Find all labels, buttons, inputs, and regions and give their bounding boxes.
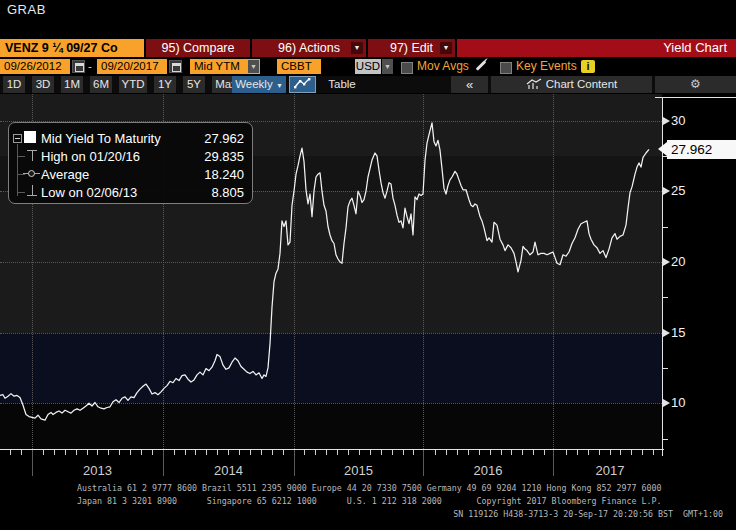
edit-button[interactable]: 97) Edit ▼: [368, 39, 455, 57]
month-tick: [283, 450, 284, 455]
last-value-tag-pointer: [658, 142, 667, 156]
month-tick: [21, 450, 22, 455]
month-tick: [490, 450, 491, 455]
security-ticker[interactable]: VENZ 9 ¼ 09/27 Co: [0, 39, 144, 57]
actions-button[interactable]: 96) Actions ▼: [252, 39, 366, 57]
calendar-glyph: [75, 63, 84, 72]
compare-button[interactable]: 95) Compare: [146, 39, 250, 57]
frequency-select[interactable]: Weekly ▼: [232, 76, 286, 93]
month-tick: [403, 450, 404, 455]
date-range-separator: -: [88, 59, 92, 74]
chart-content-button[interactable]: Chart Content: [491, 76, 652, 93]
range-button-1y[interactable]: 1Y: [154, 76, 176, 93]
year-label: 2016: [466, 463, 510, 478]
calendar-glyph: [172, 63, 181, 72]
legend-row-series: Mid Yield To Maturity 27.962: [9, 129, 252, 147]
chevron-down-icon[interactable]: ▼: [382, 59, 393, 74]
month-tick: [43, 450, 44, 455]
month-tick: [130, 450, 131, 455]
range-button-1m[interactable]: 1M: [61, 76, 83, 93]
y-axis-minor-tick: [663, 368, 668, 369]
year-separator: [553, 450, 554, 476]
date-to-field[interactable]: 09/20/2017: [97, 59, 167, 74]
legend-value: 27.962: [192, 131, 244, 146]
year-label: 2017: [588, 463, 632, 478]
mov-avgs-checkbox[interactable]: [401, 62, 413, 74]
range-button-ytd[interactable]: YTD: [119, 76, 147, 93]
gear-icon[interactable]: ⚙: [655, 76, 736, 93]
y-axis-label: 30: [671, 113, 685, 128]
year-separator: [294, 450, 295, 476]
month-tick: [337, 450, 338, 455]
month-tick: [413, 450, 414, 455]
month-tick: [272, 450, 273, 455]
year-separator: [423, 450, 424, 476]
month-tick: [195, 450, 196, 455]
chevron-down-icon: ▼: [248, 60, 259, 73]
edit-button-label: 97) Edit: [390, 41, 433, 55]
collapse-panel-button[interactable]: «: [451, 76, 488, 93]
month-tick: [304, 450, 305, 455]
year-separator: [32, 450, 33, 476]
key-events-checkbox[interactable]: [500, 62, 512, 74]
calendar-icon[interactable]: [72, 60, 85, 73]
table-button[interactable]: Table: [319, 76, 365, 93]
range-button-1d[interactable]: 1D: [3, 76, 25, 93]
legend-label: High on 01/20/16: [41, 149, 192, 164]
chart-legend[interactable]: Mid Yield To Maturity 27.962 High on 01/…: [8, 122, 253, 204]
pricing-source-field[interactable]: CBBT: [277, 59, 321, 74]
month-tick: [228, 450, 229, 455]
legend-label: Mid Yield To Maturity: [41, 131, 192, 146]
yield-type-select[interactable]: Mid YTM ▼: [190, 59, 260, 74]
month-tick: [76, 450, 77, 455]
line-chart-type-button[interactable]: [289, 76, 316, 93]
y-axis-minor-tick: [663, 297, 668, 298]
month-tick: [435, 450, 436, 455]
low-marker-icon: [27, 185, 37, 196]
month-tick: [185, 450, 186, 455]
month-tick: [261, 450, 262, 455]
month-tick: [250, 450, 251, 455]
month-tick: [599, 450, 600, 455]
month-tick: [326, 450, 327, 455]
month-tick: [620, 450, 621, 455]
y-axis-label: 25: [671, 183, 685, 198]
month-tick: [359, 450, 360, 455]
range-button-3d[interactable]: 3D: [32, 76, 54, 93]
calendar-icon[interactable]: [169, 60, 182, 73]
x-axis-line: [0, 449, 664, 450]
date-from-field[interactable]: 09/26/2012: [0, 59, 70, 74]
y-axis-tick-arrow: [663, 329, 670, 337]
month-tick: [511, 450, 512, 455]
key-events-label: Key Events: [516, 59, 577, 74]
range-button-5y[interactable]: 5Y: [183, 76, 205, 93]
month-tick: [631, 450, 632, 455]
pencil-icon[interactable]: [476, 60, 487, 71]
month-tick: [87, 450, 88, 455]
currency-select[interactable]: USD: [355, 59, 381, 74]
y-axis-label: 20: [671, 254, 685, 269]
month-tick: [381, 450, 382, 455]
high-marker-icon: [27, 150, 37, 161]
footer-contacts-line2: Japan 81 3 3201 8900 Singapore 65 6212 1…: [77, 497, 661, 506]
chevron-down-icon: ▼: [276, 82, 283, 89]
y-axis-minor-tick: [663, 227, 668, 228]
y-axis-tick-arrow: [663, 187, 670, 195]
month-tick: [206, 450, 207, 455]
info-icon[interactable]: i: [581, 60, 595, 73]
footer-contacts-line1: Australia 61 2 9777 8600 Brazil 5511 239…: [77, 484, 661, 493]
legend-label: Average: [41, 167, 192, 182]
month-tick: [370, 450, 371, 455]
range-button-6m[interactable]: 6M: [90, 76, 112, 93]
month-tick: [522, 450, 523, 455]
year-label: 2014: [207, 463, 251, 478]
month-tick: [217, 450, 218, 455]
year-label: 2013: [76, 463, 120, 478]
month-tick: [653, 450, 654, 455]
month-tick: [97, 450, 98, 455]
month-tick: [566, 450, 567, 455]
month-tick: [10, 450, 11, 455]
month-tick: [642, 450, 643, 455]
month-tick: [610, 450, 611, 455]
month-tick: [152, 450, 153, 455]
